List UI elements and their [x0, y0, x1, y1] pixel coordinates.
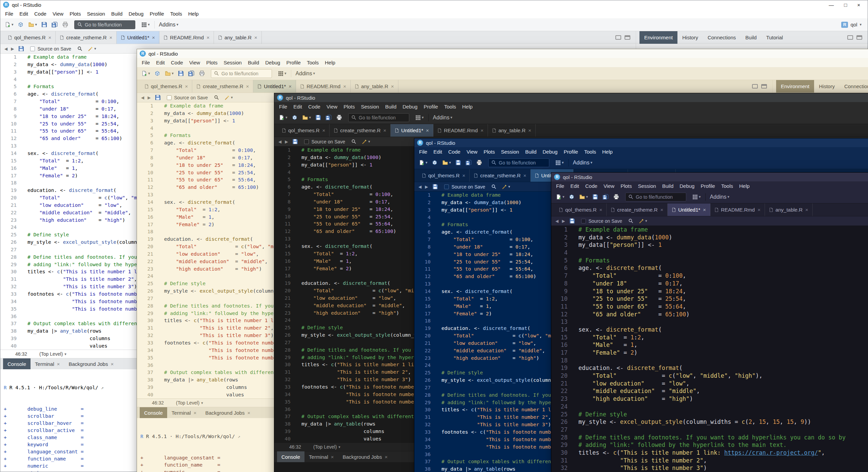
menu-edit[interactable]: Edit	[290, 104, 305, 110]
close-icon[interactable]: ×	[254, 35, 257, 40]
close-icon[interactable]: ×	[185, 83, 188, 89]
source-on-save-checkbox[interactable]: Source on Save	[581, 218, 622, 224]
menu-tools[interactable]: Tools	[718, 183, 736, 189]
open-file-button[interactable]: ▾	[26, 20, 39, 29]
editor-tab-1[interactable]: create_rstheme.R×	[607, 203, 668, 216]
save-button[interactable]	[40, 20, 49, 29]
close-icon[interactable]: ×	[289, 83, 292, 89]
forward-icon[interactable]: ▶	[284, 139, 289, 144]
pane-layout-button[interactable]: ▾	[276, 70, 288, 78]
window-titlebar[interactable]: R qol - RStudio — □ ×	[414, 138, 868, 147]
goto-file-input[interactable]: Go to file/function	[348, 113, 409, 122]
editor-tab-4[interactable]: any_table.R×	[351, 80, 398, 93]
window-titlebar[interactable]: R qol - RStudio — □ ×	[274, 93, 868, 102]
new-project-button[interactable]	[567, 193, 576, 201]
menu-file[interactable]: File	[553, 183, 567, 189]
new-file-button[interactable]: ▾	[417, 158, 429, 167]
editor-tab-2[interactable]: Untitled1*×	[253, 80, 296, 93]
console-tab-terminal[interactable]: Terminal×	[304, 451, 338, 462]
close-icon[interactable]: ×	[383, 127, 387, 133]
close-icon[interactable]: ×	[524, 173, 527, 178]
menu-plots[interactable]: Plots	[617, 183, 635, 189]
console-tab-console[interactable]: Console	[140, 407, 167, 418]
editor-tab-1[interactable]: create_rstheme.R×	[470, 169, 531, 182]
save-all-button[interactable]	[601, 193, 611, 201]
close-icon[interactable]: ×	[660, 207, 664, 213]
close-icon[interactable]: ×	[246, 83, 249, 89]
pane-layout-button[interactable]: ▾	[691, 193, 703, 201]
editor-tab-1[interactable]: create_rstheme.R×	[330, 124, 391, 137]
scope-selector[interactable]: (Top Level) ▾	[313, 444, 340, 450]
maximize-button[interactable]: □	[844, 2, 847, 8]
print-button[interactable]	[197, 69, 206, 78]
print-button[interactable]	[335, 113, 344, 122]
menu-edit[interactable]: Edit	[430, 149, 445, 155]
minimize-pane-icon[interactable]	[615, 35, 621, 40]
console-tab-terminal[interactable]: Terminal×	[167, 407, 201, 418]
menu-debug[interactable]: Debug	[125, 11, 146, 17]
new-project-button[interactable]	[16, 20, 25, 29]
close-button[interactable]: ×	[857, 2, 860, 8]
addins-button[interactable]: Addins ▾	[431, 113, 454, 122]
close-icon[interactable]: ×	[599, 207, 603, 213]
goto-file-input[interactable]: Go to file/function	[488, 158, 549, 167]
menu-edit[interactable]: Edit	[153, 60, 168, 65]
source-on-save-checkbox[interactable]: Source on Save	[167, 95, 208, 100]
editor-tab-2[interactable]: Untitled1*×	[117, 31, 159, 44]
back-icon[interactable]: ◀	[555, 219, 559, 223]
new-project-button[interactable]	[153, 69, 162, 78]
save-all-button[interactable]	[50, 20, 60, 29]
maximize-pane-icon[interactable]	[761, 84, 767, 88]
code-tools-button[interactable]: ▾	[223, 94, 235, 102]
editor-tab-0[interactable]: qol_themes.R×	[418, 169, 470, 182]
menu-edit[interactable]: Edit	[567, 183, 582, 189]
print-button[interactable]	[61, 20, 70, 29]
menu-build[interactable]: Build	[522, 149, 539, 155]
menu-view[interactable]: View	[50, 11, 66, 17]
find-replace-button[interactable]	[350, 138, 358, 145]
save-source-button[interactable]	[17, 44, 26, 53]
pane-layout-button[interactable]: ▾	[554, 159, 566, 167]
menu-file[interactable]: File	[139, 60, 153, 65]
menu-profile[interactable]: Profile	[560, 149, 581, 155]
goto-file-input[interactable]: Go to file/function	[74, 20, 135, 29]
back-icon[interactable]: ◀	[140, 95, 145, 100]
console-tab-background-jobs[interactable]: Background Jobs×	[201, 407, 255, 418]
menu-help[interactable]: Help	[736, 183, 753, 189]
minimize-pane-icon[interactable]	[847, 35, 853, 40]
editor-tab-3[interactable]: README.Rmd×	[433, 124, 488, 137]
editor-tab-1[interactable]: create_rstheme.R×	[56, 31, 117, 44]
menu-session[interactable]: Session	[221, 60, 245, 65]
menu-build[interactable]: Build	[108, 11, 125, 17]
open-file-button[interactable]: ▾	[440, 158, 453, 167]
forward-icon[interactable]: ▶	[561, 219, 566, 223]
close-icon[interactable]: ×	[480, 127, 484, 133]
menu-build[interactable]: Build	[382, 104, 399, 110]
editor-tab-3[interactable]: README.Rmd×	[296, 80, 351, 93]
open-file-button[interactable]: ▾	[577, 193, 590, 201]
save-all-button[interactable]	[324, 113, 334, 122]
window-titlebar[interactable]: R qol - RStudio — □ ×	[551, 173, 868, 181]
scope-selector[interactable]: (Top Level) ▾	[39, 351, 66, 357]
editor-tab-3[interactable]: README.Rmd×	[710, 203, 765, 216]
code-tools-button[interactable]: ▾	[86, 45, 98, 53]
close-icon[interactable]: ×	[57, 361, 60, 367]
close-icon[interactable]: ×	[111, 361, 114, 367]
save-all-button[interactable]	[464, 158, 474, 167]
pane-tab-connections[interactable]: Connections	[840, 80, 868, 93]
menu-code[interactable]: Code	[305, 104, 323, 110]
forward-icon[interactable]: ▶	[147, 95, 151, 100]
close-icon[interactable]: ×	[247, 410, 250, 416]
menu-build[interactable]: Build	[659, 183, 676, 189]
code-editor[interactable]: 1234567891011121314151617181920212223242…	[551, 226, 868, 472]
menu-code[interactable]: Code	[445, 149, 463, 155]
menu-session[interactable]: Session	[635, 183, 659, 189]
editor-tab-0[interactable]: qol_themes.R×	[555, 203, 607, 216]
menu-edit[interactable]: Edit	[16, 11, 31, 17]
minimize-button[interactable]: —	[829, 2, 834, 8]
print-button[interactable]	[612, 193, 621, 201]
menu-help[interactable]: Help	[599, 149, 616, 155]
close-icon[interactable]: ×	[426, 127, 429, 133]
menu-tools[interactable]: Tools	[167, 11, 185, 17]
close-icon[interactable]: ×	[206, 35, 210, 40]
